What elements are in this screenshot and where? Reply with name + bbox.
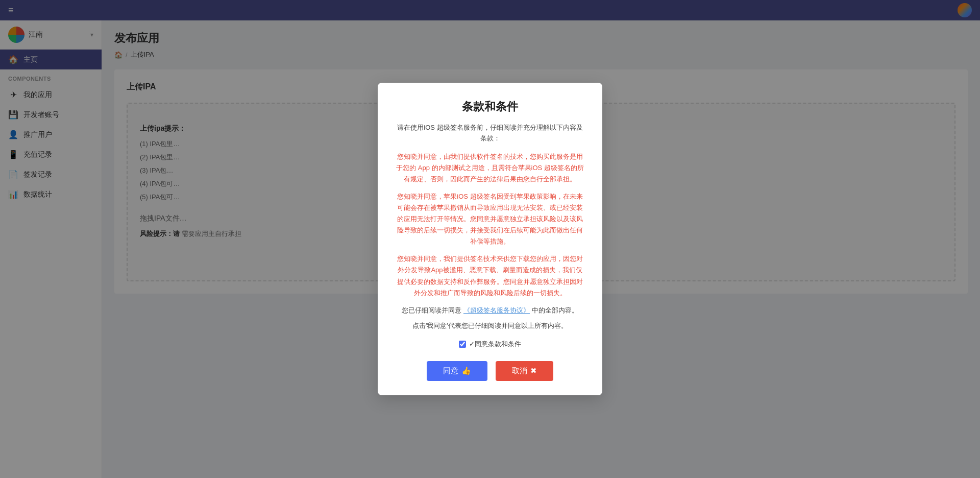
cancel-button[interactable]: 取消 ✖ [496,361,553,381]
agree-checkbox[interactable] [459,341,466,348]
modal-intro: 请在使用iOS 超级签名服务前，仔细阅读并充分理解以下内容及条款： [396,123,584,144]
agreement-link[interactable]: 《超级签名服务协议》 [463,306,530,314]
agree-button-icon: 👍 [461,366,471,375]
modal-overlay: 条款和条件 请在使用iOS 超级签名服务前，仔细阅读并充分理解以下内容及条款： … [0,0,980,478]
cancel-button-icon: ✖ [530,366,537,375]
modal-title: 条款和条件 [396,99,584,114]
modal-clause-1: 您知晓并同意，由我们提供软件签名的技术，您购买此服务是用于您的 App 的内部测… [396,151,584,185]
modal-buttons: 同意 👍 取消 ✖ [396,361,584,381]
modal-read-note: 点击'我同意'代表您已仔细阅读并同意以上所有内容。 [396,320,584,331]
checkbox-label[interactable]: ✓同意条款和条件 [469,340,521,349]
terms-modal: 条款和条件 请在使用iOS 超级签名服务前，仔细阅读并充分理解以下内容及条款： … [378,83,602,395]
modal-checkbox-row: ✓同意条款和条件 [396,340,584,349]
modal-clause-3: 您知晓并同意，我们提供签名技术来供您下载您的应用，因您对外分发导致App被滥用、… [396,253,584,298]
agreement-suffix: 中的全部内容。 [532,306,578,314]
agree-button-label: 同意 [443,366,458,376]
agreement-prefix: 您已仔细阅读并同意 [402,306,461,314]
modal-agreement-text: 您已仔细阅读并同意 《超级签名服务协议》 中的全部内容。 [396,305,584,316]
cancel-button-label: 取消 [512,366,527,376]
agree-button[interactable]: 同意 👍 [427,361,487,381]
modal-clause-2: 您知晓并同意，苹果iOS 超级签名因受到苹果政策影响，在未来可能会存在被苹果撤销… [396,191,584,247]
